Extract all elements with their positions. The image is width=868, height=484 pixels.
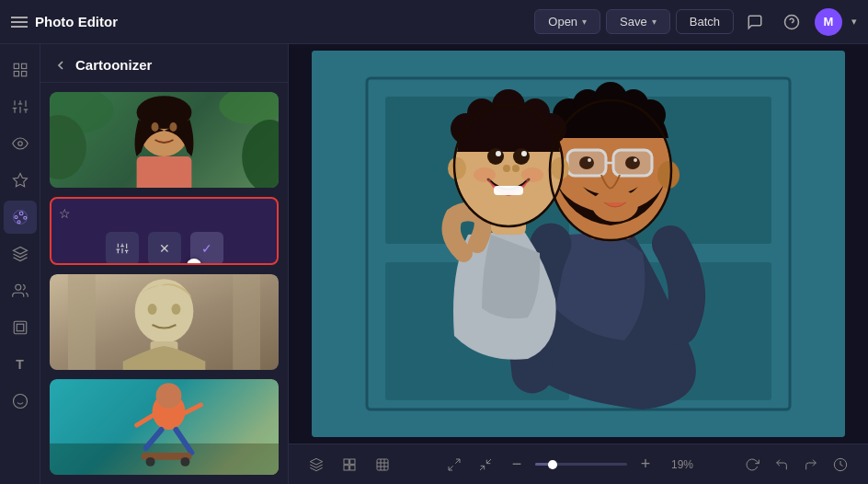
save-button[interactable]: Save ▾ (606, 9, 670, 34)
effects-panel: Cartoonizer (40, 44, 289, 484)
bottom-toolbar: − + 19% (289, 444, 868, 484)
svg-point-88 (657, 161, 680, 189)
svg-point-78 (579, 156, 594, 169)
zoom-out-button[interactable]: − (504, 452, 530, 478)
svg-rect-3 (21, 63, 26, 68)
open-button[interactable]: Open ▾ (534, 9, 600, 34)
svg-point-106 (521, 167, 543, 182)
svg-line-122 (480, 466, 485, 470)
svg-point-62 (146, 457, 155, 467)
panel-title: Cartoonizer (75, 57, 152, 73)
svg-point-51 (171, 304, 180, 315)
sidebar-item-people[interactable] (4, 274, 37, 307)
svg-rect-114 (350, 465, 355, 469)
avatar-chevron[interactable]: ▾ (851, 16, 857, 28)
svg-point-25 (13, 395, 27, 409)
rotate-button[interactable] (739, 452, 765, 478)
redo-button[interactable] (798, 452, 824, 478)
bottom-right-tools (739, 452, 853, 478)
main-image (312, 51, 845, 437)
close-ctrl-button[interactable]: ✕ (148, 232, 181, 265)
svg-point-103 (448, 157, 466, 179)
svg-marker-21 (13, 248, 27, 255)
sidebar-item-layers[interactable] (4, 237, 37, 271)
effect-card-active[interactable]: ☆ ✕ ✓ (50, 197, 279, 265)
svg-point-50 (148, 304, 157, 315)
grid-tool[interactable] (370, 452, 395, 478)
svg-rect-24 (17, 324, 24, 331)
chat-icon[interactable] (741, 8, 769, 36)
svg-rect-115 (377, 459, 388, 470)
svg-rect-111 (344, 459, 348, 464)
effect-card-cartoonizer2[interactable]: Cartoonizer 2 (50, 379, 279, 475)
svg-point-22 (15, 284, 20, 290)
panel-scroll: Cartoonizer GFX 1 Ai ☆ (40, 83, 288, 484)
menu-icon[interactable] (11, 17, 28, 28)
sidebar-item-effects[interactable] (4, 164, 37, 197)
effect-card-cartoonizer1[interactable]: Cartoonizer 1 (50, 274, 279, 370)
undo-button[interactable] (769, 452, 794, 478)
svg-point-101 (512, 165, 520, 172)
settings-ctrl-button[interactable] (106, 232, 139, 265)
svg-point-20 (17, 221, 20, 224)
svg-line-123 (486, 459, 491, 464)
svg-point-17 (19, 212, 23, 215)
svg-point-79 (625, 156, 640, 169)
history-button[interactable] (828, 452, 853, 478)
sidebar-item-adjustments[interactable] (4, 90, 37, 123)
svg-point-18 (23, 216, 26, 219)
svg-rect-36 (137, 156, 192, 188)
svg-point-105 (474, 167, 496, 182)
topbar-center: Open ▾ Save ▾ Batch (534, 9, 734, 34)
svg-rect-2 (14, 63, 18, 68)
sidebar-item-cartoonizer[interactable] (4, 201, 37, 234)
topbar: Photo Editor Open ▾ Save ▾ Batch M ▾ (0, 0, 868, 44)
topbar-right: M ▾ (741, 8, 857, 36)
sidebar-item-eye[interactable] (4, 127, 37, 160)
svg-point-97 (513, 148, 530, 165)
effect-card-cartoonizer-gfx1[interactable]: Cartoonizer GFX 1 Ai (50, 92, 279, 188)
svg-point-86 (634, 99, 666, 131)
fit-button[interactable] (473, 452, 498, 478)
sidebar-item-gallery[interactable] (4, 53, 37, 86)
zoom-slider[interactable] (535, 463, 627, 466)
svg-rect-112 (350, 459, 355, 464)
svg-line-120 (455, 459, 460, 464)
svg-point-96 (487, 148, 504, 165)
sidebar-item-frames[interactable] (4, 311, 37, 344)
svg-point-31 (242, 120, 279, 188)
svg-rect-113 (344, 465, 348, 469)
svg-rect-4 (14, 72, 18, 76)
app-title: Photo Editor (35, 14, 118, 29)
topbar-left: Photo Editor (11, 14, 527, 29)
expand-button[interactable] (441, 452, 467, 478)
svg-point-34 (152, 122, 159, 132)
zoom-dot (548, 460, 557, 469)
avatar[interactable]: M (815, 8, 842, 36)
zoom-percentage: 19% (664, 458, 693, 471)
star-button[interactable]: ☆ (59, 206, 71, 221)
svg-point-19 (15, 216, 17, 219)
svg-point-98 (496, 151, 501, 156)
controls-row: ✕ ✓ (106, 232, 223, 265)
batch-button[interactable]: Batch (676, 9, 734, 34)
svg-marker-16 (13, 174, 27, 187)
canvas-content[interactable] (289, 44, 868, 444)
zoom-in-button[interactable]: + (633, 452, 658, 478)
sidebar-item-text[interactable]: T (4, 348, 37, 381)
bottom-center-tools: − + 19% (441, 452, 693, 478)
back-button[interactable] (53, 58, 68, 73)
svg-rect-5 (21, 72, 26, 76)
svg-point-99 (521, 151, 527, 156)
svg-point-29 (219, 92, 279, 124)
svg-point-104 (551, 157, 569, 179)
sidebar-item-stickers[interactable] (4, 385, 37, 418)
help-icon[interactable] (778, 8, 805, 36)
svg-point-81 (634, 158, 637, 162)
svg-marker-110 (310, 458, 322, 465)
svg-point-63 (180, 457, 189, 467)
layer-tool-2[interactable] (337, 452, 362, 478)
svg-point-56 (156, 383, 182, 409)
svg-point-100 (503, 165, 510, 172)
layer-tool-1[interactable] (303, 452, 329, 478)
